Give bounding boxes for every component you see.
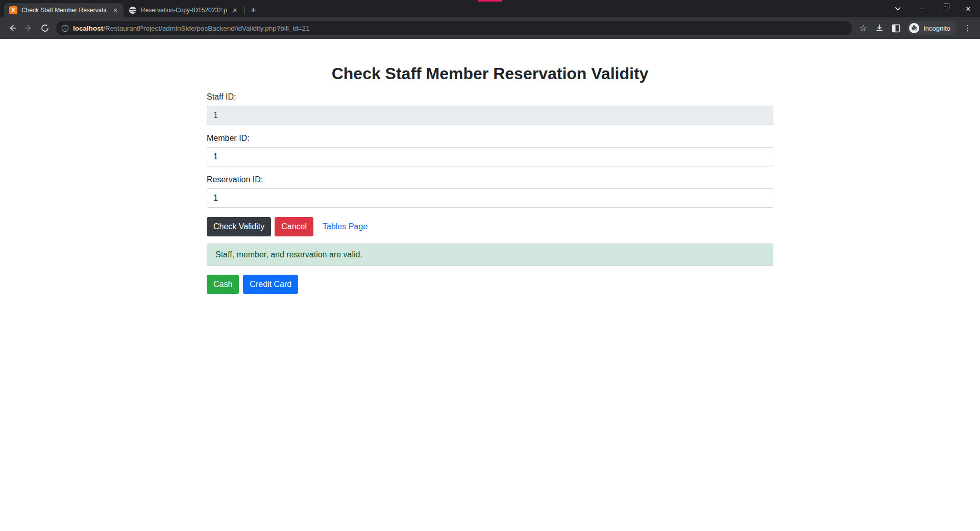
- globe-favicon-icon: [129, 6, 137, 14]
- tab-strip: X Check Staff Member Reservation ✕ Reser…: [0, 0, 980, 17]
- new-tab-button[interactable]: +: [247, 4, 260, 17]
- cancel-button[interactable]: Cancel: [275, 217, 313, 236]
- action-buttons-row: Check Validity Cancel Tables Page: [207, 217, 773, 236]
- minimize-icon: [919, 9, 924, 9]
- window-controls: ✕: [886, 0, 980, 17]
- reservation-id-group: Reservation ID:: [207, 175, 773, 208]
- forward-button[interactable]: [20, 20, 37, 36]
- reservation-id-label: Reservation ID:: [207, 175, 773, 184]
- member-id-input[interactable]: [207, 147, 773, 166]
- restore-icon: [943, 7, 947, 11]
- back-button[interactable]: [4, 20, 20, 36]
- staff-id-group: Staff ID:: [207, 92, 773, 125]
- incognito-label: Incognito: [923, 25, 950, 32]
- address-bar[interactable]: localhost/RestaurantProject/adminSide/po…: [56, 21, 852, 35]
- url-text: localhost/RestaurantProject/adminSide/po…: [73, 25, 310, 32]
- tab-close-icon[interactable]: ✕: [111, 6, 119, 14]
- url-path: /RestaurantProject/adminSide/posBackend/…: [103, 25, 309, 32]
- credit-card-button[interactable]: Credit Card: [243, 275, 298, 294]
- tab-reservation-pdf[interactable]: Reservation-Copy-ID1520232.pd ✕: [124, 3, 243, 17]
- recording-indicator-strip: [478, 0, 502, 2]
- check-validity-button[interactable]: Check Validity: [207, 217, 271, 236]
- reload-button[interactable]: [37, 20, 53, 36]
- tab-check-validity[interactable]: X Check Staff Member Reservation ✕: [4, 3, 124, 17]
- incognito-icon: [909, 23, 919, 33]
- restore-button[interactable]: [933, 0, 957, 17]
- reservation-id-input[interactable]: [207, 188, 773, 208]
- browser-toolbar: localhost/RestaurantProject/adminSide/po…: [0, 17, 980, 39]
- member-id-label: Member ID:: [207, 134, 773, 143]
- tab-search-chevron-icon[interactable]: [886, 0, 910, 17]
- close-window-button[interactable]: ✕: [957, 0, 980, 17]
- web-page: Check Staff Member Reservation Validity …: [0, 39, 980, 531]
- tab-title: Reservation-Copy-ID1520232.pd: [141, 7, 227, 14]
- staff-id-label: Staff ID:: [207, 92, 773, 102]
- page-info-icon[interactable]: [61, 25, 69, 32]
- staff-id-input: [207, 106, 773, 125]
- url-host: localhost: [73, 25, 103, 32]
- browser-menu-icon[interactable]: ⋮: [960, 20, 976, 36]
- tab-separator: [244, 6, 245, 14]
- bookmark-star-icon[interactable]: ☆: [855, 20, 871, 36]
- member-id-group: Member ID:: [207, 134, 773, 166]
- browser-window-frame: X Check Staff Member Reservation ✕ Reser…: [0, 0, 980, 39]
- tables-page-link[interactable]: Tables Page: [323, 222, 368, 231]
- minimize-button[interactable]: [910, 0, 933, 17]
- form-container: Check Staff Member Reservation Validity …: [207, 39, 773, 294]
- tab-close-icon[interactable]: ✕: [231, 6, 239, 14]
- side-panel-icon[interactable]: [888, 20, 904, 36]
- alert-message: Staff, member, and reservation are valid…: [215, 250, 362, 259]
- payment-buttons-row: Cash Credit Card: [207, 275, 773, 294]
- validity-success-alert: Staff, member, and reservation are valid…: [207, 244, 773, 266]
- page-title: Check Staff Member Reservation Validity: [207, 39, 773, 83]
- xampp-favicon-icon: X: [9, 6, 17, 14]
- incognito-badge: Incognito: [907, 21, 957, 35]
- tab-title: Check Staff Member Reservation: [21, 7, 107, 14]
- cash-button[interactable]: Cash: [207, 275, 239, 294]
- downloads-icon[interactable]: [871, 20, 888, 36]
